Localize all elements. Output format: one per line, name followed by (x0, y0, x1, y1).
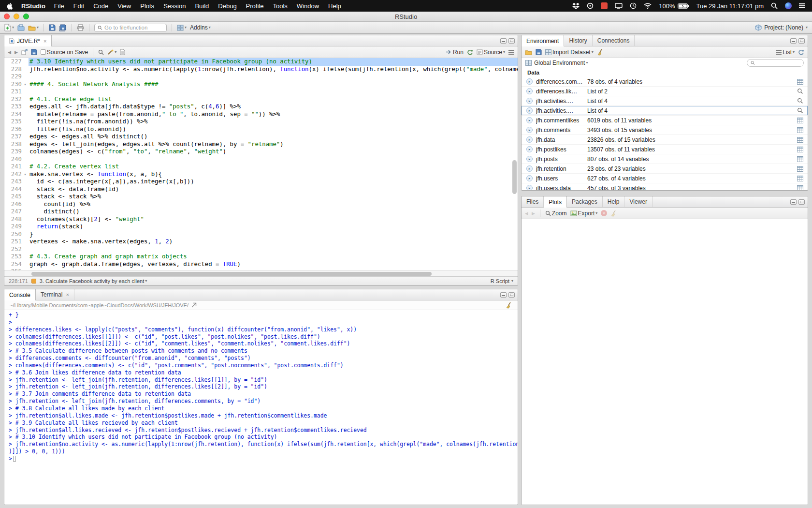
environment-row[interactable]: ▸jfh.users627 obs. of 4 variables (522, 174, 808, 183)
expand-icon[interactable]: ▸ (526, 136, 533, 143)
clock-menu-icon[interactable] (630, 2, 637, 9)
document-outline-icon[interactable] (508, 50, 514, 55)
environment-search[interactable] (747, 59, 804, 67)
remove-plot-icon[interactable]: × (601, 210, 607, 216)
scrollbar-thumb[interactable] (31, 272, 432, 276)
console-line[interactable]: > # 3.9 Calculate all likes recieved by … (9, 419, 513, 427)
code-text[interactable]: } (29, 231, 518, 239)
environment-row[interactable]: ▸jfh.users.data457 obs. of 3 variables (522, 183, 808, 190)
code-text[interactable]: # 3.10 Identify which users did not part… (29, 58, 518, 66)
code-text[interactable] (29, 156, 518, 164)
clear-console-broom-icon[interactable] (506, 302, 512, 309)
source-horizontal-scrollbar[interactable] (4, 270, 518, 276)
line-number[interactable]: 250 (4, 231, 22, 239)
line-number[interactable]: 249 (4, 223, 22, 231)
expand-icon[interactable]: ▸ (526, 127, 533, 133)
environment-row[interactable]: ▸jfh.data23826 obs. of 15 variables (522, 135, 808, 145)
console-line[interactable]: > colnames(differences.likes[[2]]) <- c(… (9, 340, 513, 347)
line-number[interactable]: 240 (4, 156, 22, 164)
code-text[interactable]: mutate(relname = paste(from.anonid," to … (29, 111, 518, 119)
inspect-icon[interactable] (797, 107, 803, 114)
new-file-button[interactable]: ▾ (4, 24, 14, 31)
addins-button[interactable]: Addins ▾ (190, 24, 211, 31)
pane-layout-button[interactable]: ▾ (177, 25, 187, 31)
environment-row[interactable]: ▸jfh.retention23 obs. of 23 variables (522, 164, 808, 174)
code-text[interactable]: # 4.2. Create vertex list (29, 163, 518, 171)
code-text[interactable]: make.sna.vertex <- function(x, a, b){ (29, 171, 518, 179)
console-line[interactable]: > jfh.retention <- left_join(jfh.retenti… (9, 376, 513, 384)
menubar-clock[interactable]: Tue 29 Jan 11:17:01 pm (696, 2, 764, 10)
expand-icon[interactable]: ▸ (526, 156, 533, 162)
view-table-icon[interactable] (797, 137, 803, 143)
code-line[interactable]: 253# 4.3. Create graph and graph matrix … (4, 253, 518, 261)
menu-build[interactable]: Build (195, 2, 209, 10)
line-number[interactable]: 235 (4, 118, 22, 126)
import-dataset-button[interactable]: Import Dataset ▾ (545, 49, 594, 56)
project-menu-button[interactable]: Project: (None) ▾ (755, 24, 808, 31)
code-line[interactable]: 239colnames(edges) <- c("from", "to", "r… (4, 148, 518, 156)
line-number[interactable]: 251 (4, 238, 22, 246)
expand-icon[interactable]: ▸ (526, 98, 533, 104)
menu-debug[interactable]: Debug (218, 2, 236, 10)
environment-row[interactable]: ▸jfh.comments3493 obs. of 15 variables (522, 125, 808, 135)
fold-arrow-icon[interactable]: ▾ (22, 81, 29, 89)
siri-icon[interactable] (785, 2, 792, 9)
expand-icon[interactable]: ▸ (526, 175, 533, 181)
list-view-selector[interactable]: List ▾ (776, 49, 795, 56)
line-number[interactable]: 241 (4, 163, 22, 171)
code-line[interactable]: 241# 4.2. Create vertex list (4, 163, 518, 171)
code-text[interactable]: edges <- left_join(edges, edges.all %>% … (29, 141, 518, 149)
line-number[interactable]: 247 (4, 208, 22, 216)
console-line[interactable]: > jfh.retention$all.likes.made <- jfh.re… (9, 412, 513, 419)
line-number[interactable]: 229 (4, 73, 22, 81)
new-project-button[interactable] (17, 24, 25, 31)
pane-minimize-button[interactable] (500, 292, 507, 298)
tab-help[interactable]: Help (603, 196, 625, 207)
console-line[interactable]: > # 3.7 Join comments difference data to… (9, 390, 513, 398)
console-line[interactable]: > (9, 455, 513, 463)
code-text[interactable]: # 4.1. Create edge list (29, 96, 518, 104)
compile-report-icon[interactable] (120, 49, 125, 55)
code-text[interactable]: edges.all <- jfh.data[jfh.data$type != "… (29, 103, 518, 111)
save-all-button[interactable] (59, 24, 67, 31)
code-text[interactable] (29, 88, 518, 96)
code-line[interactable]: 234 mutate(relname = paste(from.anonid,"… (4, 111, 518, 119)
console-line[interactable]: > # 3.8 Calculate all likes made by each… (9, 405, 513, 412)
code-line[interactable]: 254graph <- graph.data.frame(edges, vert… (4, 261, 518, 269)
code-text[interactable]: edges <- edges.all %>% distinct() (29, 133, 518, 141)
section-navigator[interactable]: 3. Calculate Facebook activity by each c… (40, 278, 147, 284)
menu-window[interactable]: Window (297, 2, 319, 10)
tab-history[interactable]: History (564, 35, 592, 46)
line-number[interactable]: 237 (4, 133, 22, 141)
line-number[interactable]: 231 (4, 88, 22, 96)
red-app-icon[interactable] (601, 2, 608, 9)
menubar-app-name[interactable]: RStudio (21, 2, 45, 10)
environment-row[interactable]: ▸jfh.activities.…List of 4 (522, 106, 808, 116)
code-line[interactable]: 249 return(stack) (4, 223, 518, 231)
run-button[interactable]: Run (446, 49, 464, 56)
console-line[interactable]: > colnames(differences.likes[[1]]) <- c(… (9, 333, 513, 341)
console-line[interactable]: > jfh.retention$all.likes.recieved <- jf… (9, 427, 513, 434)
pane-minimize-button[interactable] (790, 199, 797, 205)
code-text[interactable]: graph <- graph.data.frame(edges, vertexe… (29, 261, 518, 269)
code-line[interactable]: 242▾make.sna.vertex <- function(x, a, b)… (4, 171, 518, 179)
menu-tools[interactable]: Tools (273, 2, 287, 10)
code-area[interactable]: 227# 3.10 Identify which users did not p… (4, 58, 518, 270)
inspect-icon[interactable] (797, 88, 803, 94)
line-number[interactable]: 252 (4, 246, 22, 254)
code-line[interactable]: 238edges <- left_join(edges, edges.all %… (4, 141, 518, 149)
code-text[interactable]: stack <- data.frame(id) (29, 186, 518, 194)
tab-connections[interactable]: Connections (593, 35, 635, 46)
line-number[interactable]: 242 (4, 171, 22, 179)
tab-packages[interactable]: Packages (567, 196, 603, 207)
pane-maximize-button[interactable] (798, 199, 805, 205)
open-directory-icon[interactable] (191, 302, 197, 308)
line-number[interactable]: 238 (4, 141, 22, 149)
previous-plot-icon[interactable]: ◀ (525, 211, 528, 216)
code-line[interactable]: 228jfh.retention$no.activity <- as.numer… (4, 66, 518, 74)
code-text[interactable]: return(stack) (29, 223, 518, 231)
tab-viewer[interactable]: Viewer (624, 196, 652, 207)
expand-icon[interactable]: ▸ (526, 146, 533, 152)
code-line[interactable]: 250} (4, 231, 518, 239)
code-line[interactable]: 251vertexes <- make.sna.vertex(edges, 1,… (4, 238, 518, 246)
